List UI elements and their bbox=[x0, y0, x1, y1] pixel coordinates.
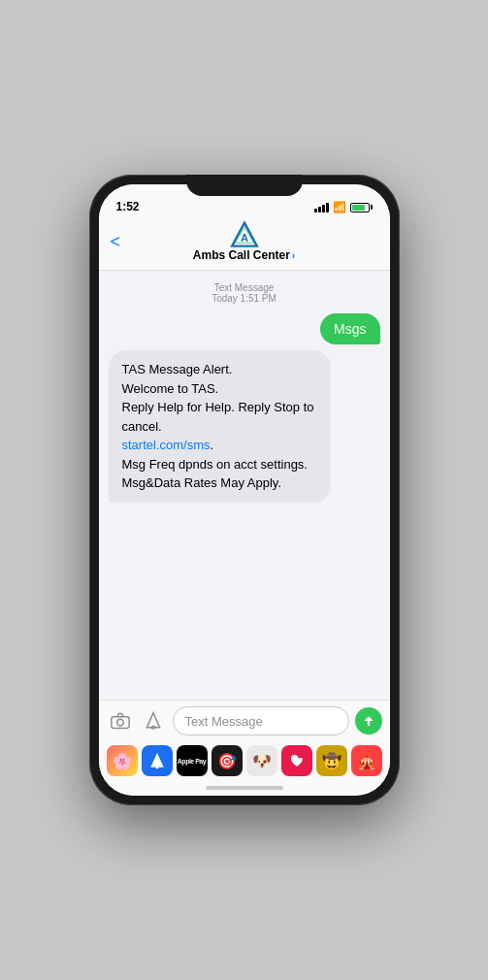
nav-center: A Ambs Call Center › bbox=[193, 221, 295, 262]
message-input[interactable]: Text Message bbox=[173, 706, 349, 735]
bar4 bbox=[326, 203, 329, 212]
battery-body bbox=[350, 203, 370, 212]
appstore-icon bbox=[144, 711, 163, 731]
phone-frame: 1:52 📶 < bbox=[89, 175, 400, 805]
battery-icon bbox=[350, 203, 373, 212]
battery-tip bbox=[371, 205, 373, 210]
messages-area: Text Message Today 1:51 PM Msgs TAS Mess… bbox=[99, 271, 390, 700]
send-button[interactable] bbox=[355, 707, 382, 735]
nav-header: < A Ambs Call Center › bbox=[99, 217, 390, 271]
input-area: Text Message bbox=[99, 700, 390, 741]
incoming-message-row: TAS Message Alert. Welcome to TAS. Reply… bbox=[109, 350, 380, 503]
dock-icon-appstore[interactable] bbox=[142, 745, 173, 776]
contact-name: Ambs Call Center bbox=[193, 248, 290, 262]
timestamp-type: Text Message bbox=[109, 282, 380, 293]
dock-icon-heart[interactable] bbox=[281, 745, 312, 776]
phone-screen: 1:52 📶 < bbox=[99, 184, 390, 796]
input-placeholder: Text Message bbox=[185, 714, 263, 729]
nav-chevron-icon: › bbox=[292, 250, 295, 261]
sms-link[interactable]: startel.com/sms bbox=[122, 438, 211, 452]
dock-icon-extra[interactable]: 🎪 bbox=[351, 745, 382, 776]
outgoing-bubble: Msgs bbox=[320, 313, 379, 344]
appstore-button[interactable] bbox=[140, 707, 167, 735]
battery-fill bbox=[352, 205, 366, 211]
home-indicator bbox=[99, 780, 390, 796]
bar2 bbox=[318, 207, 321, 212]
svg-point-6 bbox=[155, 766, 158, 768]
camera-button[interactable] bbox=[107, 707, 134, 735]
incoming-bubble: TAS Message Alert. Welcome to TAS. Reply… bbox=[109, 350, 332, 503]
timestamp-label: Text Message Today 1:51 PM bbox=[109, 282, 380, 304]
phone-notch bbox=[186, 175, 303, 196]
home-bar bbox=[206, 786, 283, 790]
wifi-icon: 📶 bbox=[333, 201, 346, 213]
app-dock: 🌸 Apple Pay 🎯 🐶 🤠 🎪 bbox=[99, 741, 390, 780]
status-time: 1:52 bbox=[116, 200, 140, 213]
camera-icon bbox=[111, 712, 130, 730]
dock-icon-dog[interactable]: 🐶 bbox=[246, 745, 277, 776]
back-button[interactable]: < bbox=[111, 232, 121, 252]
bar3 bbox=[322, 205, 325, 212]
contact-logo: A bbox=[229, 221, 260, 248]
outgoing-message-row: Msgs bbox=[109, 313, 380, 344]
bar1 bbox=[314, 209, 317, 212]
status-icons: 📶 bbox=[314, 201, 373, 213]
svg-point-4 bbox=[116, 719, 123, 726]
dock-icon-cowboy[interactable]: 🤠 bbox=[316, 745, 347, 776]
send-icon bbox=[362, 714, 375, 728]
nav-title[interactable]: Ambs Call Center › bbox=[193, 248, 295, 262]
dock-icon-applepay[interactable]: Apple Pay bbox=[177, 745, 208, 776]
dock-icon-flowers[interactable]: 🌸 bbox=[107, 745, 138, 776]
signal-bars-icon bbox=[314, 203, 329, 212]
svg-text:A: A bbox=[240, 232, 247, 244]
timestamp-time: Today 1:51 PM bbox=[109, 293, 380, 304]
applepay-label: Apple Pay bbox=[178, 758, 206, 765]
dock-icon-target[interactable]: 🎯 bbox=[211, 745, 243, 776]
